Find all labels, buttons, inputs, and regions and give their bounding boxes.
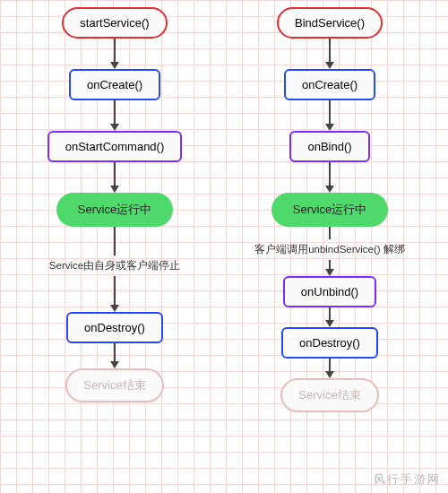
watermark-text: 风行手游网 — [374, 471, 441, 488]
connector — [110, 100, 119, 131]
connector-labeled: 客户端调用unbindService() 解绑 — [254, 227, 405, 276]
connector — [325, 307, 334, 327]
start-node: BindService() — [277, 7, 383, 39]
connector — [110, 343, 119, 368]
onbind-node: onBind() — [289, 131, 369, 162]
bind-service-flow: BindService() onCreate() onBind() Servic… — [222, 7, 437, 412]
running-node: Service运行中 — [271, 193, 388, 227]
start-node: startService() — [62, 7, 167, 39]
unbind-note: 客户端调用unbindService() 解绑 — [254, 239, 405, 260]
stop-note: Service由自身或客户端停止 — [49, 255, 180, 276]
onunbind-node: onUnbind() — [283, 276, 376, 307]
connector — [325, 359, 334, 378]
oncreate-node: onCreate() — [69, 69, 160, 100]
connector — [110, 39, 119, 69]
connector-labeled: Service由自身或客户端停止 — [49, 227, 180, 312]
ondestroy-node: onDestroy() — [281, 327, 378, 359]
ondestroy-node: onDestroy() — [66, 312, 163, 343]
end-node: Service结束 — [280, 378, 378, 412]
connector — [325, 100, 334, 131]
connector — [325, 162, 334, 193]
end-node: Service结束 — [65, 368, 163, 402]
onstartcommand-node: onStartCommand() — [47, 131, 183, 162]
oncreate-node: onCreate() — [284, 69, 375, 100]
running-node: Service运行中 — [56, 193, 173, 227]
connector — [110, 162, 119, 193]
connector — [325, 39, 334, 69]
start-service-flow: startService() onCreate() onStartCommand… — [7, 7, 222, 402]
